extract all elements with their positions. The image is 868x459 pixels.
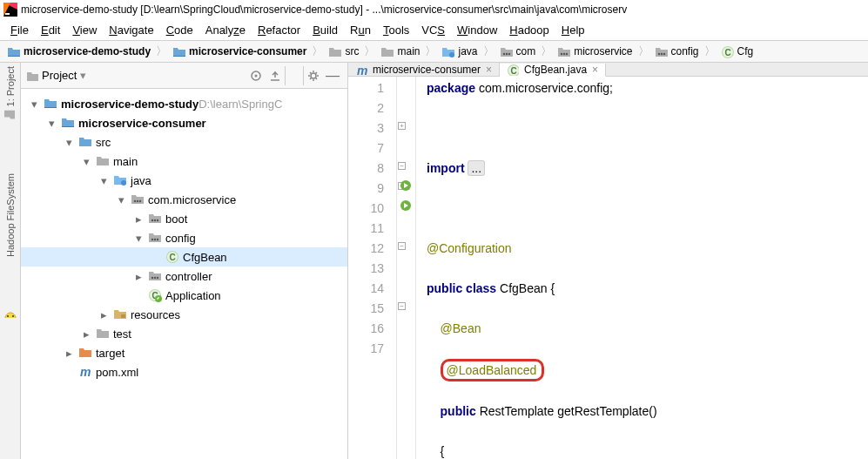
breadcrumb-item[interactable]: com xyxy=(496,45,540,58)
rail-tab-project[interactable]: 1: Project xyxy=(4,66,16,121)
line-number[interactable]: 16 xyxy=(348,319,384,339)
line-number[interactable]: 2 xyxy=(348,98,384,118)
chevron-right-icon: 〉 xyxy=(425,44,436,59)
title-bar: microservice-demo-study [D:\learn\Spring… xyxy=(0,0,868,19)
project-tree[interactable]: ▾microservice-demo-study D:\learn\Spring… xyxy=(21,89,347,387)
tree-toggle[interactable]: ▸ xyxy=(132,213,145,225)
code-area[interactable]: 12−+37−8−91011−121314−151617 package com… xyxy=(348,77,868,459)
collapse-button[interactable] xyxy=(266,66,285,85)
menu-analyze[interactable]: Analyze xyxy=(200,22,251,38)
project-panel-title[interactable]: Project xyxy=(42,69,77,82)
folder-icon xyxy=(96,154,110,168)
tree-toggle[interactable]: ▾ xyxy=(98,174,110,186)
editor-tab[interactable]: microservice-consumer× xyxy=(348,63,500,76)
tree-node[interactable]: ▾microservice-demo-study D:\learn\Spring… xyxy=(21,94,347,113)
line-number[interactable]: 9 xyxy=(348,179,384,199)
tree-node[interactable]: ▾microservice-consumer xyxy=(21,113,347,132)
tree-node[interactable]: ▸target xyxy=(21,343,347,362)
run-gutter-icon[interactable] xyxy=(399,199,413,213)
tree-toggle[interactable]: ▾ xyxy=(45,117,57,129)
breadcrumb-item[interactable]: microservice-demo-study xyxy=(3,45,154,58)
line-number[interactable]: 12 xyxy=(348,239,384,259)
menu-hadoop[interactable]: Hadoop xyxy=(504,22,555,38)
menu-edit[interactable]: Edit xyxy=(36,22,65,38)
line-number[interactable]: 7 xyxy=(348,138,384,159)
run-gutter-icon[interactable] xyxy=(399,179,413,192)
hide-button[interactable]: — xyxy=(323,66,342,85)
tree-node[interactable]: Application xyxy=(21,286,347,305)
menu-vcs[interactable]: VCS xyxy=(416,22,450,38)
tree-node[interactable]: ▸boot xyxy=(21,209,347,228)
menu-build[interactable]: Build xyxy=(307,22,343,38)
tree-toggle[interactable]: ▾ xyxy=(28,98,40,110)
tree-node[interactable]: ▸resources xyxy=(21,305,347,324)
tree-toggle[interactable]: ▸ xyxy=(80,327,92,340)
close-tab-icon[interactable]: × xyxy=(592,64,598,76)
menu-run[interactable]: Run xyxy=(345,22,376,38)
tree-label: src xyxy=(96,136,111,149)
breadcrumb-label: Cfg xyxy=(737,45,754,57)
editor-tab[interactable]: CfgBean.java× xyxy=(500,64,606,77)
menu-help[interactable]: Help xyxy=(556,22,590,38)
breadcrumb-item[interactable]: config xyxy=(651,45,703,58)
menu-code[interactable]: Code xyxy=(161,22,198,38)
line-number[interactable]: 15 xyxy=(348,299,384,319)
menu-navigate[interactable]: Navigate xyxy=(104,22,158,38)
line-number[interactable]: 11 xyxy=(348,219,384,239)
tree-label: Application xyxy=(165,289,221,302)
menu-refactor[interactable]: Refactor xyxy=(252,22,306,38)
line-number[interactable]: 8 xyxy=(348,159,384,179)
menu-bar: File Edit View Navigate Code Analyze Ref… xyxy=(0,19,868,40)
target-icon xyxy=(78,346,92,360)
tree-node[interactable]: ▾com.microservice xyxy=(21,190,347,209)
maven-icon xyxy=(78,365,92,379)
tree-node[interactable]: ▸test xyxy=(21,324,347,343)
line-number[interactable]: 1 xyxy=(348,78,384,98)
tree-toggle[interactable]: ▾ xyxy=(63,136,75,148)
tree-node[interactable]: ▸controller xyxy=(21,267,347,286)
breadcrumb-item[interactable]: java xyxy=(438,45,481,58)
tree-toggle[interactable]: ▸ xyxy=(98,308,110,321)
breadcrumb-item[interactable]: Cfg xyxy=(717,45,757,58)
dropdown-icon[interactable]: ▾ xyxy=(80,69,86,82)
line-number[interactable]: 3 xyxy=(348,118,384,138)
breadcrumb-item[interactable]: microservice-consumer xyxy=(169,45,310,58)
close-tab-icon[interactable]: × xyxy=(486,64,492,76)
tree-toggle[interactable]: ▾ xyxy=(132,232,145,244)
menu-tools[interactable]: Tools xyxy=(378,22,414,38)
code-content[interactable]: package com.microservice.config; import … xyxy=(416,77,868,459)
tree-node[interactable]: ▾java xyxy=(21,171,347,190)
package-icon xyxy=(148,269,162,283)
line-number[interactable]: 10 xyxy=(348,199,384,219)
tree-label: com.microservice xyxy=(148,193,236,206)
tree-toggle[interactable]: ▸ xyxy=(132,270,145,282)
tree-node[interactable]: CfgBean xyxy=(21,247,347,267)
line-number[interactable]: 17 xyxy=(348,339,384,359)
editor-tabs: microservice-consumer×CfgBean.java× xyxy=(348,63,868,77)
line-gutter[interactable]: 12−+37−8−91011−121314−151617 xyxy=(348,77,397,459)
package-icon xyxy=(148,212,162,226)
line-number[interactable]: 13 xyxy=(348,259,384,279)
tree-node[interactable]: ▾config xyxy=(21,228,347,247)
tree-toggle[interactable]: ▾ xyxy=(115,193,127,206)
tab-label: microservice-consumer xyxy=(373,64,481,76)
settings-button[interactable] xyxy=(304,66,323,85)
menu-window[interactable]: Window xyxy=(452,22,502,38)
menu-file[interactable]: File xyxy=(5,22,34,38)
breadcrumb-item[interactable]: main xyxy=(377,45,423,58)
tree-toggle[interactable]: ▸ xyxy=(63,347,75,359)
rail-tab-hadoop[interactable]: Hadoop FileSystem xyxy=(5,173,16,257)
tree-node[interactable]: ▾src xyxy=(21,132,347,152)
line-number[interactable]: 14 xyxy=(348,279,384,299)
tree-node[interactable]: pom.xml xyxy=(21,362,347,381)
locate-button[interactable] xyxy=(246,66,266,85)
tree-label: microservice-demo-study xyxy=(61,98,198,111)
tree-node[interactable]: ▾main xyxy=(21,152,347,171)
breadcrumb-item[interactable]: microservice xyxy=(554,45,636,58)
package-icon xyxy=(655,45,668,58)
chevron-right-icon: 〉 xyxy=(483,44,495,59)
breadcrumb-item[interactable]: src xyxy=(325,45,362,58)
menu-view[interactable]: View xyxy=(67,22,102,38)
tree-toggle[interactable]: ▾ xyxy=(80,155,92,167)
gutter-marks xyxy=(397,77,416,459)
